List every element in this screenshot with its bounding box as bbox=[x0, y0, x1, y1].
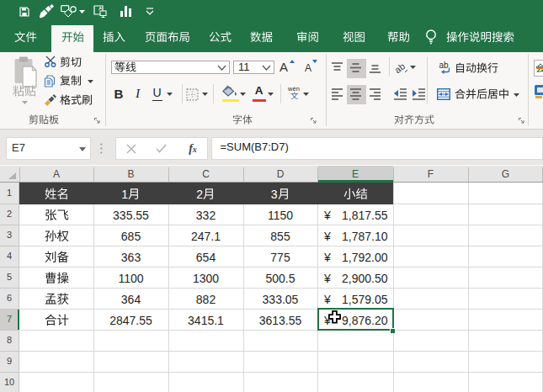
svg-text:ab: ab bbox=[392, 61, 407, 75]
svg-text:ab: ab bbox=[439, 61, 450, 70]
